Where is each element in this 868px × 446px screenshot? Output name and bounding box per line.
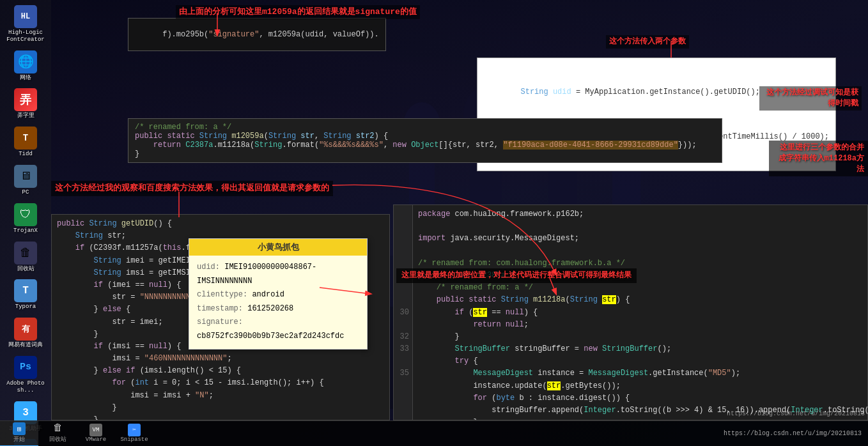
recycle-icon: 🗑 — [20, 246, 31, 259]
trojanx-label: TrojanX — [13, 227, 38, 235]
taskbar-watermark: https://blog.csdn.net/u/img/20210813 — [724, 430, 862, 437]
taskbar-recycle-label: 回收站 — [49, 435, 66, 443]
iddd-label: Tidd — [19, 151, 33, 158]
vmware-icon: VM — [93, 427, 100, 433]
desktop-icon-iddd[interactable]: T Tidd — [3, 125, 48, 160]
top-code-line3: } — [135, 150, 715, 158]
method-time-callout: 这个方法经过调试可知是获得时间戳 — [759, 86, 862, 111]
taskbar-right: https://blog.csdn.net/u/img/20210813 — [724, 420, 868, 446]
packet-field-signature: signature: cb8752fc390b0b9b73ec2af2d243c… — [197, 316, 359, 343]
watermark: https://blog.csdn.net/u/img/20210813 — [727, 410, 865, 417]
baidu-icon: 弄 — [20, 92, 31, 107]
pc-icon: 🖥 — [20, 169, 31, 183]
desktop-icon-high-logic[interactable]: HL High-Logic FontCreator — [3, 3, 48, 45]
packet-field-timestamp: timestamp: 1612520268 — [197, 302, 359, 316]
method-params-text: 这个方法传入两个参数 — [609, 37, 686, 46]
taskbar-snipaste-label: Snipaste — [120, 436, 148, 443]
packet-clienttype-value: android — [252, 290, 284, 299]
desktop-icon-wangyi[interactable]: 有 网易有道词典 — [3, 316, 48, 351]
high-logic-label: High-Logic FontCreator — [5, 29, 46, 43]
desktop-icon-baidu[interactable]: 弄 弄字里 — [3, 86, 48, 121]
packet-popup-header: 小黄鸟抓包 — [189, 239, 367, 256]
typora-icon: T — [22, 285, 29, 296]
method-code-text: f).mo295b("signature", m12059a(udid, val… — [162, 30, 378, 39]
left-note-callout: 这个方法经过我的观察和百度搜索方法效果，得出其返回值就是请求参数的 — [51, 181, 333, 196]
right-code-content: package com.hualong.framework.p162b; imp… — [413, 205, 867, 420]
final-note-callout: 这里就是最终的加密位置，对上述代码进行整合调试可得到最终结果 — [396, 268, 637, 283]
watermark-text: https://blog.csdn.net/u/img/20210813 — [727, 410, 865, 417]
desktop-icon-trojanx[interactable]: 🛡 TrojanX — [3, 201, 48, 236]
snipaste-icon: ✂ — [132, 426, 136, 433]
packet-field-udid: udid: IMEI910000000048867-IMSINNNNNNNN — [197, 261, 359, 288]
top-code-line1: public static String m12059a(String str,… — [135, 132, 715, 141]
photoshop-icon: Ps — [20, 362, 31, 373]
network-icon: 🌐 — [18, 54, 34, 70]
desktop-icon-typora[interactable]: T Typora — [3, 277, 48, 312]
final-note-text: 这里就是最终的加密位置，对上述代码进行整合调试可得到最终结果 — [401, 271, 632, 280]
taskbar-recycle-icon: 🗑 — [53, 423, 63, 434]
desktop: THE S A.C. HL High-Logic FontCreator 🌐 网… — [0, 0, 868, 446]
right-code-panel[interactable]: 30 32 33 35 39 package com.hualong.frame… — [393, 204, 868, 420]
wangyi-label: 网易有道词典 — [8, 342, 43, 349]
method-time-text: 这个方法经过调试可知是获得时间戳 — [766, 88, 858, 108]
packet-popup: 小黄鸟抓包 udid: IMEI910000000048867-IMSINNNN… — [189, 238, 368, 350]
taskbar: ⊞ 开始 🗑 回收站 VM VMware ✂ Snipaste — [0, 420, 868, 446]
desktop-icon-pc[interactable]: 🖥 PC — [3, 163, 48, 198]
photoshop-label: Adobe Photosh... — [5, 380, 46, 394]
typora-label: Typora — [15, 304, 36, 311]
packet-popup-content: udid: IMEI910000000048867-IMSINNNNNNNN c… — [189, 256, 367, 349]
top-code-box: /* renamed from: a */ public static Stri… — [128, 118, 722, 163]
start-label: 开始 — [13, 435, 25, 443]
left-note-text: 这个方法经过我的观察和百度搜索方法效果，得出其返回值就是请求参数的 — [55, 183, 329, 193]
top-note-text: 由上面的分析可知这里m12059a的返回结果就是signature的值 — [179, 7, 417, 17]
right-concat-text: 这里进行三个参数的合并成字符串传入m11218a方法 — [779, 143, 864, 174]
network-label: 网络 — [20, 75, 31, 82]
360-icon: 3 — [22, 407, 29, 419]
desktop-icon-photoshop[interactable]: Ps Adobe Photosh... — [3, 354, 48, 396]
desktop-icon-list: HL High-Logic FontCreator 🌐 网络 弄 弄字里 T T… — [0, 0, 51, 420]
main-content-area: f).mo295b("signature", m12059a(udid, val… — [51, 0, 868, 420]
top-code-line2: return C2387a.m11218a(String.format("%s&… — [135, 141, 715, 150]
high-logic-icon: HL — [21, 12, 30, 21]
taskbar-start[interactable]: ⊞ 开始 — [0, 421, 38, 447]
baidu-label: 弄字里 — [17, 112, 35, 119]
taskbar-recycle[interactable]: 🗑 回收站 — [38, 421, 77, 447]
pc-label: PC — [22, 189, 29, 196]
start-icon: ⊞ — [17, 425, 22, 433]
taskbar-vmware-label: VMware — [86, 436, 106, 443]
top-note-callout: 由上面的分析可知这里m12059a的返回结果就是signature的值 — [176, 5, 420, 19]
packet-field-clienttype: clienttype: android — [197, 288, 359, 302]
method-params-callout: 这个方法传入两个参数 — [606, 35, 689, 49]
packet-signature-value: cb8752fc390b0b9b73ec2af2d243cfdc — [197, 332, 344, 341]
line-numbers: 30 32 33 35 39 — [394, 205, 413, 420]
wangyi-icon: 有 — [22, 323, 30, 335]
top-code-comment: /* renamed from: a */ — [135, 123, 715, 132]
right-concat-callout: 这里进行三个参数的合并成字符串传入m11218a方法 — [769, 141, 868, 176]
desktop-icon-network[interactable]: 🌐 网络 — [3, 49, 48, 84]
taskbar-snipaste[interactable]: ✂ Snipaste — [115, 421, 153, 447]
method-code-box: f).mo295b("signature", m12059a(udid, val… — [128, 18, 386, 51]
desktop-icon-recycle[interactable]: 🗑 回收站 — [3, 240, 48, 275]
taskbar-vmware[interactable]: VM VMware — [77, 421, 115, 447]
taskbar-icon-list: ⊞ 开始 🗑 回收站 VM VMware ✂ Snipaste — [0, 421, 153, 446]
recycle-label: 回收站 — [17, 266, 35, 273]
right-code-with-lines: package com.hualong.framework.p162b; imp… — [413, 205, 867, 420]
packet-timestamp-value: 1612520268 — [247, 304, 293, 313]
trojanx-icon: 🛡 — [20, 208, 31, 221]
iddd-icon: T — [23, 133, 28, 143]
